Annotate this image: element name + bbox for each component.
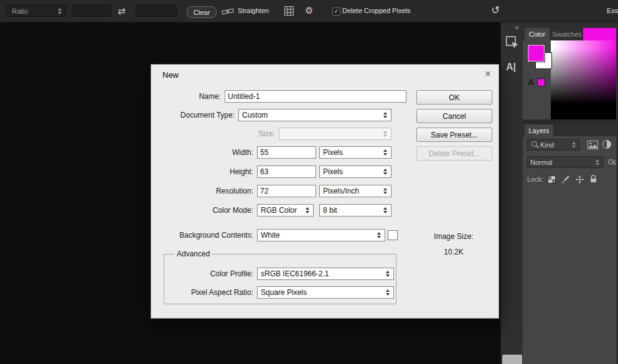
layer-filter-kind-select[interactable]: Kind bbox=[527, 139, 580, 151]
lock-position-move-icon[interactable] bbox=[576, 175, 584, 186]
pixel-aspect-ratio-label: Pixel Aspect Ratio: bbox=[151, 286, 253, 299]
background-contents-label: Background Contents: bbox=[151, 229, 253, 241]
width-input[interactable] bbox=[257, 146, 316, 159]
lock-transparency-icon[interactable] bbox=[548, 175, 556, 184]
height-unit-select[interactable]: Pixels bbox=[319, 166, 391, 178]
expand-panels-chevron-icon[interactable]: « bbox=[515, 23, 519, 32]
color-picker-field[interactable] bbox=[551, 40, 618, 119]
height-input[interactable] bbox=[257, 166, 316, 178]
crop-settings-gear-icon[interactable]: ⚙ bbox=[305, 5, 313, 16]
save-preset-button[interactable]: Save Preset... bbox=[416, 128, 492, 142]
resolution-unit-select[interactable]: Pixels/Inch bbox=[319, 185, 391, 197]
workspace-switcher-label[interactable]: Ess bbox=[607, 7, 618, 15]
tab-layers-label: Layers bbox=[528, 127, 549, 134]
size-label: Size: bbox=[151, 128, 275, 140]
crop-ratio-select[interactable]: Ratio bbox=[6, 5, 66, 17]
document-type-value: Custom bbox=[242, 111, 381, 119]
color-profile-select[interactable]: sRGB IEC61966-2.1 bbox=[257, 268, 394, 280]
resolution-input[interactable] bbox=[257, 185, 316, 197]
panel-strip-scroll-thumb[interactable] bbox=[502, 355, 522, 364]
background-contents-value: White bbox=[261, 231, 375, 240]
size-select bbox=[279, 128, 391, 140]
tab-layers[interactable]: Layers bbox=[525, 124, 553, 136]
combo-arrows-icon bbox=[55, 8, 64, 14]
crop-overlay-grid-icon[interactable] bbox=[284, 6, 294, 18]
combo-arrows-icon bbox=[381, 149, 390, 156]
panel-divider bbox=[523, 119, 618, 124]
combo-arrows-icon bbox=[381, 207, 390, 213]
pixel-aspect-ratio-select[interactable]: Square Pixels bbox=[257, 286, 394, 299]
cancel-button[interactable]: Cancel bbox=[416, 109, 492, 123]
straighten-label[interactable]: Straighten bbox=[238, 7, 269, 15]
dialog-title: New bbox=[162, 70, 179, 80]
crop-height-input[interactable] bbox=[136, 5, 177, 17]
color-mode-label: Color Mode: bbox=[151, 204, 253, 217]
document-type-label: Document Type: bbox=[151, 109, 235, 121]
combo-arrows-icon bbox=[383, 289, 392, 296]
ok-button[interactable]: OK bbox=[416, 90, 492, 105]
character-panel-icon[interactable]: A| bbox=[506, 62, 516, 73]
color-profile-value: sRGB IEC61966-2.1 bbox=[261, 269, 383, 278]
swap-dimensions-icon[interactable]: ⇄ bbox=[118, 6, 126, 17]
photoshop-window: Ratio ⇄ Clear Straighten ⚙ ✓ Delete Crop… bbox=[0, 0, 618, 364]
advanced-label[interactable]: Advanced bbox=[174, 250, 212, 258]
layer-filter-kind-value: Kind bbox=[540, 141, 554, 149]
collapsed-panel-strip: « A| bbox=[500, 22, 523, 364]
close-icon[interactable]: × bbox=[485, 68, 491, 79]
tab-swatches[interactable]: Swatches bbox=[551, 28, 583, 40]
lock-pixels-brush-icon[interactable] bbox=[561, 175, 569, 186]
bit-depth-select[interactable]: 8 bit bbox=[319, 204, 391, 217]
resolution-label: Resolution: bbox=[151, 185, 253, 197]
height-label: Height: bbox=[151, 166, 253, 178]
name-label: Name: bbox=[151, 90, 221, 103]
combo-arrows-icon bbox=[569, 142, 578, 148]
background-color-chip[interactable] bbox=[388, 230, 398, 240]
foreground-color-swatch[interactable] bbox=[528, 45, 545, 62]
crop-width-input[interactable] bbox=[72, 5, 111, 17]
lock-label: Lock: bbox=[527, 175, 543, 183]
width-unit-select[interactable]: Pixels bbox=[319, 146, 391, 159]
clear-button[interactable]: Clear bbox=[187, 6, 217, 18]
properties-panel-icon[interactable] bbox=[504, 34, 520, 53]
resolution-unit-value: Pixels/Inch bbox=[323, 187, 381, 195]
delete-cropped-pixels-label[interactable]: Delete Cropped Pixels bbox=[342, 7, 410, 15]
background-contents-select[interactable]: White bbox=[257, 229, 385, 241]
name-input[interactable] bbox=[225, 90, 406, 103]
panel-group: Color Swatches A Layers Kind No bbox=[523, 22, 618, 364]
hue-strip[interactable] bbox=[583, 28, 618, 40]
combo-arrows-icon bbox=[381, 112, 390, 118]
new-document-dialog: New × Name: Document Type: Custom Size: … bbox=[151, 64, 499, 319]
filter-pixel-layers-icon[interactable] bbox=[588, 141, 598, 152]
width-label: Width: bbox=[151, 146, 253, 159]
tab-color-label: Color bbox=[529, 30, 545, 38]
combo-arrows-icon bbox=[381, 188, 390, 194]
color-mode-select[interactable]: RGB Color bbox=[257, 204, 314, 217]
delete-cropped-pixels-checkbox[interactable]: ✓ bbox=[332, 7, 340, 16]
tab-swatches-label: Swatches bbox=[552, 30, 582, 38]
combo-arrows-icon bbox=[593, 159, 602, 166]
tab-color[interactable]: Color bbox=[525, 28, 550, 40]
blend-mode-value: Normal bbox=[530, 159, 552, 166]
color-mode-value: RGB Color bbox=[261, 206, 303, 215]
crop-ratio-value: Ratio bbox=[12, 7, 28, 15]
delete-preset-button: Delete Preset... bbox=[416, 146, 492, 161]
filter-adjustment-layers-icon[interactable] bbox=[602, 140, 611, 149]
combo-arrows-icon bbox=[381, 131, 390, 137]
document-type-select[interactable]: Custom bbox=[238, 109, 391, 121]
reset-undo-icon[interactable]: ↺ bbox=[491, 4, 500, 16]
lock-all-icon[interactable] bbox=[590, 174, 597, 185]
bit-depth-value: 8 bit bbox=[323, 206, 381, 215]
type-color-swatch[interactable] bbox=[537, 78, 545, 86]
width-unit-value: Pixels bbox=[323, 148, 381, 157]
color-profile-label: Color Profile: bbox=[151, 268, 253, 280]
combo-arrows-icon bbox=[303, 207, 312, 213]
height-unit-value: Pixels bbox=[323, 167, 381, 176]
blend-mode-select[interactable]: Normal bbox=[527, 156, 604, 168]
checkmark-icon: ✓ bbox=[334, 9, 339, 14]
image-size-label: Image Size: bbox=[416, 232, 491, 241]
straighten-icon[interactable] bbox=[222, 7, 234, 18]
combo-arrows-icon bbox=[375, 232, 383, 238]
combo-arrows-icon bbox=[383, 271, 392, 277]
image-size-value: 10.2K bbox=[416, 248, 491, 256]
combo-arrows-icon bbox=[381, 169, 390, 175]
